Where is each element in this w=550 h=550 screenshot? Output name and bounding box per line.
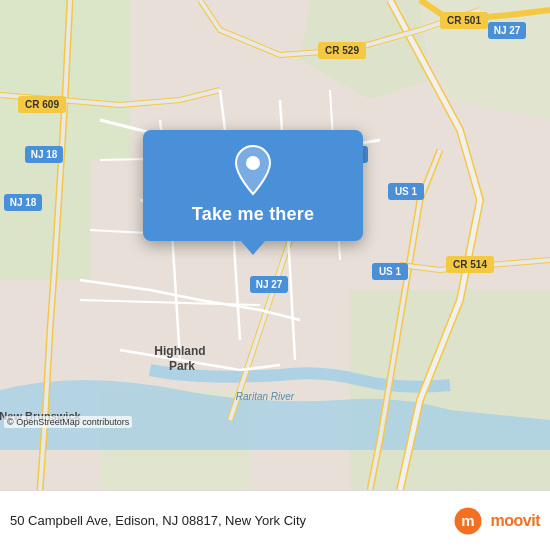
map-container: CR 501 CR 529 CR 609 NJ 18 NJ 18 NJ 27 N… bbox=[0, 0, 550, 490]
svg-rect-2 bbox=[0, 160, 90, 280]
svg-text:NJ 18: NJ 18 bbox=[31, 149, 58, 160]
svg-text:Raritan River: Raritan River bbox=[236, 391, 295, 402]
svg-text:CR 609: CR 609 bbox=[25, 99, 59, 110]
svg-text:US 1: US 1 bbox=[395, 186, 418, 197]
svg-point-33 bbox=[246, 156, 260, 170]
moovit-icon: m bbox=[449, 506, 487, 536]
svg-text:NJ 27: NJ 27 bbox=[494, 25, 521, 36]
svg-text:NJ 18: NJ 18 bbox=[10, 197, 37, 208]
svg-text:NJ 27: NJ 27 bbox=[256, 279, 283, 290]
moovit-logo: m moovit bbox=[449, 506, 540, 536]
svg-text:CR 529: CR 529 bbox=[325, 45, 359, 56]
svg-text:US 1: US 1 bbox=[379, 266, 402, 277]
osm-attribution: © OpenStreetMap contributors bbox=[4, 416, 132, 428]
location-pin-icon bbox=[231, 144, 275, 196]
svg-text:Park: Park bbox=[169, 359, 195, 373]
svg-text:m: m bbox=[461, 512, 474, 529]
address-text: 50 Campbell Ave, Edison, NJ 08817, New Y… bbox=[10, 513, 443, 528]
svg-text:Highland: Highland bbox=[154, 344, 205, 358]
moovit-label: moovit bbox=[491, 512, 540, 530]
svg-text:CR 514: CR 514 bbox=[453, 259, 487, 270]
bottom-bar: 50 Campbell Ave, Edison, NJ 08817, New Y… bbox=[0, 490, 550, 550]
take-me-there-label: Take me there bbox=[192, 204, 314, 225]
popup-card[interactable]: Take me there bbox=[143, 130, 363, 241]
svg-text:CR 501: CR 501 bbox=[447, 15, 481, 26]
